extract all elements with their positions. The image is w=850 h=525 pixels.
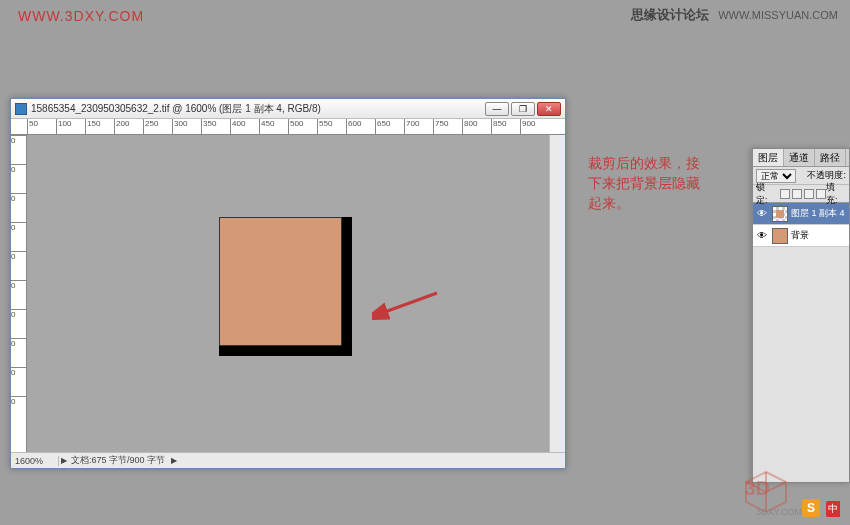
arrow-icon [372, 285, 442, 325]
forum-name: 思缘设计论坛 [631, 7, 709, 22]
ruler-tick: 350 [201, 119, 230, 134]
ruler-tick: 0 [11, 280, 26, 309]
layers-panel: 图层 通道 路径 正常 不透明度: 锁定: 填充: 👁 图层 1 副本 4 👁 … [752, 148, 850, 483]
ruler-tick: 200 [114, 119, 143, 134]
lock-transparency-icon[interactable] [780, 189, 790, 199]
ruler-tick: 0 [11, 251, 26, 280]
fill-label: 填充: [826, 181, 846, 207]
ruler-tick: 0 [11, 193, 26, 222]
ruler-tick: 0 [11, 309, 26, 338]
maximize-button[interactable]: ❐ [511, 102, 535, 116]
ruler-tick: 550 [317, 119, 346, 134]
lock-label: 锁定: [756, 181, 776, 207]
horizontal-ruler[interactable]: 50 100 150 200 250 300 350 400 450 500 5… [11, 119, 565, 135]
minimize-button[interactable]: — [485, 102, 509, 116]
ruler-tick: 700 [404, 119, 433, 134]
layer-item[interactable]: 👁 背景 [753, 225, 849, 247]
svg-line-0 [382, 293, 437, 313]
document-info: 文档:675 字节/900 字节 [67, 454, 169, 467]
tab-channels[interactable]: 通道 [784, 149, 815, 166]
window-titlebar[interactable]: 15865354_230950305632_2.tif @ 1600% (图层 … [11, 99, 565, 119]
top-right-watermark: 思缘设计论坛 WWW.MISSYUAN.COM [631, 6, 838, 24]
forum-url: WWW.MISSYUAN.COM [718, 9, 838, 21]
ruler-tick: 0 [11, 338, 26, 367]
ruler-tick: 0 [11, 367, 26, 396]
layer-thumbnail[interactable] [772, 206, 788, 222]
bottom-url: 3DXY.COM [756, 507, 802, 517]
ruler-tick: 850 [491, 119, 520, 134]
ruler-tick: 150 [85, 119, 114, 134]
visibility-eye-icon[interactable]: 👁 [755, 208, 769, 219]
layer-name[interactable]: 图层 1 副本 4 [791, 207, 845, 220]
status-bar: 1600% ▶ 文档:675 字节/900 字节 ▶ [11, 452, 565, 468]
ruler-tick: 50 [27, 119, 56, 134]
ruler-tick: 0 [11, 222, 26, 251]
zoom-level[interactable]: 1600% [11, 456, 59, 466]
top-left-watermark: WWW.3DXY.COM [18, 8, 144, 24]
layer-name[interactable]: 背景 [791, 229, 809, 242]
photoshop-icon [15, 103, 27, 115]
ruler-tick: 0 [11, 164, 26, 193]
cn-badge-icon: 中 [826, 501, 840, 517]
canvas-artwork-tan [219, 217, 342, 346]
ruler-tick: 900 [520, 119, 549, 134]
s-badge-icon: S [802, 499, 820, 517]
lock-all-icon[interactable] [816, 189, 826, 199]
close-button[interactable]: ✕ [537, 102, 561, 116]
panel-tabs: 图层 通道 路径 [753, 149, 849, 167]
ruler-tick: 750 [433, 119, 462, 134]
ruler-tick: 500 [288, 119, 317, 134]
ruler-tick: 0 [11, 396, 26, 425]
annotation-line: 裁剪后的效果，接 [588, 153, 700, 173]
vertical-scrollbar[interactable] [549, 135, 565, 452]
lock-fill-row: 锁定: 填充: [753, 185, 849, 203]
lock-pixels-icon[interactable] [792, 189, 802, 199]
lock-position-icon[interactable] [804, 189, 814, 199]
ruler-tick: 0 [11, 135, 26, 164]
ruler-tick: 100 [56, 119, 85, 134]
canvas-area[interactable] [27, 135, 549, 452]
ruler-tick: 800 [462, 119, 491, 134]
layer-thumbnail[interactable] [772, 228, 788, 244]
ruler-tick: 450 [259, 119, 288, 134]
ruler-tick: 300 [172, 119, 201, 134]
annotation-line: 下来把背景层隐藏 [588, 173, 700, 193]
lock-icons [780, 189, 826, 199]
ruler-tick: 250 [143, 119, 172, 134]
ruler-tick: 600 [346, 119, 375, 134]
annotation-text: 裁剪后的效果，接 下来把背景层隐藏 起来。 [588, 153, 700, 213]
ruler-tick: 400 [230, 119, 259, 134]
tab-layers[interactable]: 图层 [753, 149, 784, 166]
chevron-icon[interactable]: ▶ [171, 456, 177, 465]
ruler-tick: 650 [375, 119, 404, 134]
vertical-ruler[interactable]: 0 0 0 0 0 0 0 0 0 0 [11, 135, 27, 452]
canvas-artwork-black [219, 217, 352, 356]
photoshop-document-window: 15865354_230950305632_2.tif @ 1600% (图层 … [10, 98, 566, 469]
annotation-line: 起来。 [588, 193, 700, 213]
document-title: 15865354_230950305632_2.tif @ 1600% (图层 … [31, 102, 485, 116]
visibility-eye-icon[interactable]: 👁 [755, 230, 769, 241]
window-controls: — ❐ ✕ [485, 102, 561, 116]
tab-paths[interactable]: 路径 [815, 149, 846, 166]
